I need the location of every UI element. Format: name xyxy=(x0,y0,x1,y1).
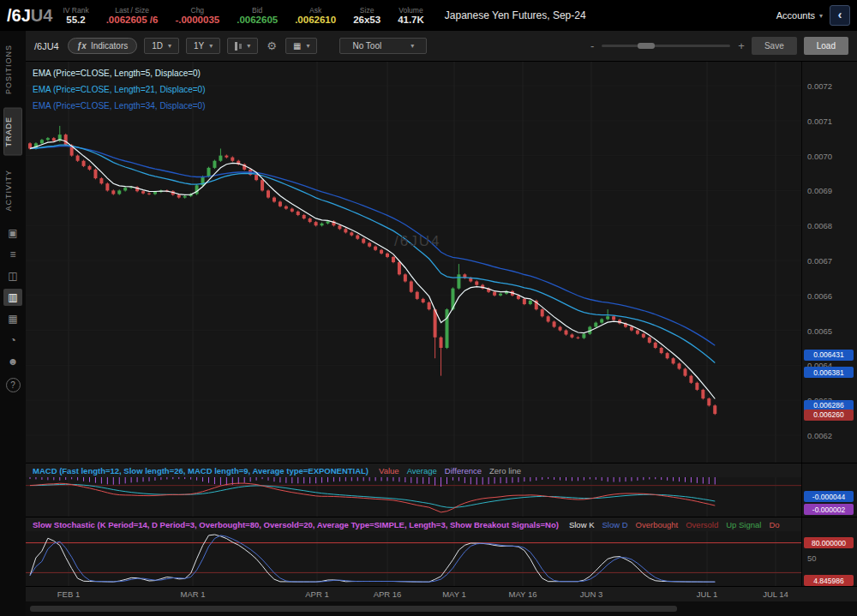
stochastic-canvas[interactable] xyxy=(26,531,801,587)
indicators-label: Indicators xyxy=(91,41,128,51)
price-badge: 0.006431 xyxy=(804,350,854,361)
chevron-down-icon: ▾ xyxy=(306,42,309,50)
sidebar-tab-activity[interactable]: ACTIVITY xyxy=(4,162,21,219)
quote-iv-rank: IV Rank55.2 xyxy=(63,6,88,25)
help-icon[interactable]: ? xyxy=(6,378,21,392)
stochastic-legend: Slow Stochastic (K Period=14, D Period=3… xyxy=(26,517,857,531)
quote-label: Last / Size xyxy=(106,6,159,15)
indicators-button[interactable]: ƒxIndicators xyxy=(68,38,137,54)
quote-label: Bid xyxy=(237,6,278,15)
timeframe-dropdown[interactable]: 1D▾ xyxy=(144,38,179,54)
legend-item: Average xyxy=(407,466,437,475)
stochastic-panel: Slow Stochastic (K Period=14, D Period=3… xyxy=(26,517,857,587)
quote-value: .0062605 /6 xyxy=(106,15,159,25)
sidebar-icons: ▣≡◫▥▦◔☻? xyxy=(0,224,26,392)
chevron-down-icon: ▾ xyxy=(411,42,414,50)
ema-legend-line: EMA (Price=CLOSE, Length=5, Displace=0) xyxy=(33,65,206,81)
legend-item: Slow D xyxy=(602,520,627,529)
time-tick: MAR 1 xyxy=(180,589,205,599)
stochastic-axis[interactable]: 80.000000504.845986 xyxy=(801,517,857,587)
quote-ask: Ask.0062610 xyxy=(295,6,336,25)
symbol-title: /6JU4 xyxy=(0,6,63,26)
macd-axis[interactable]: -0.000044-0.000002 xyxy=(801,463,857,517)
list-icon[interactable]: ≡ xyxy=(3,246,22,263)
time-tick: APR 1 xyxy=(305,589,328,599)
price-tick: 0.0065 xyxy=(807,326,832,336)
layout-dropdown[interactable]: ▦▾ xyxy=(285,38,317,54)
legend-item: Up Signal xyxy=(726,520,761,529)
chevron-down-icon: ▾ xyxy=(819,12,823,20)
zoom-slider-handle[interactable] xyxy=(638,43,655,49)
time-tick: JUL 1 xyxy=(697,589,717,599)
ema-legend-line: EMA (Price=CLOSE, Length=21, Displace=0) xyxy=(33,81,206,98)
quote-value: .0062610 xyxy=(295,15,336,25)
legend-item: Do xyxy=(769,520,779,529)
drawing-tool-dropdown[interactable]: No Tool▾ xyxy=(339,38,427,54)
time-tick: APR 16 xyxy=(374,589,402,599)
price-chart-panel: EMA (Price=CLOSE, Length=5, Displace=0)E… xyxy=(26,62,857,463)
price-tick: 0.0062 xyxy=(807,431,832,440)
orders-icon[interactable]: ◫ xyxy=(3,267,22,284)
ema-legend: EMA (Price=CLOSE, Length=5, Displace=0)E… xyxy=(33,65,206,114)
price-badge: 0.006260 xyxy=(804,410,854,421)
drawing-tool-value: No Tool xyxy=(352,41,381,51)
time-axis[interactable]: FEB 1MAR 1APR 1APR 16MAY 1MAY 16JUN 3JUL… xyxy=(26,586,857,602)
quote-bid: Bid.0062605 xyxy=(237,6,278,25)
quote-label: Size xyxy=(353,6,381,15)
range-dropdown[interactable]: 1Y▾ xyxy=(186,38,220,54)
time-tick: FEB 1 xyxy=(57,589,80,599)
legend-item: Difference xyxy=(445,466,482,475)
zoom-control: - + xyxy=(590,39,745,52)
save-button[interactable]: Save xyxy=(752,37,797,55)
time-tick: JUL 14 xyxy=(763,589,788,599)
load-button[interactable]: Load xyxy=(804,37,848,55)
price-tick: 0.0067 xyxy=(807,256,832,266)
price-tick: 0.0070 xyxy=(807,152,832,161)
chart-style-dropdown[interactable]: ▾ xyxy=(227,38,258,54)
quote-size: Size26x53 xyxy=(353,6,381,25)
quote-header: /6JU4 IV Rank55.2Last / Size.0062605 /6C… xyxy=(0,0,857,31)
people-icon[interactable]: ☻ xyxy=(3,353,22,370)
quote-value: 55.2 xyxy=(63,15,88,25)
time-tick: MAY 1 xyxy=(442,589,466,599)
clock-icon[interactable]: ◔ xyxy=(3,332,22,349)
ema-legend-line: EMA (Price=CLOSE, Length=34, Displace=0) xyxy=(33,98,206,114)
grid-icon[interactable]: ▦ xyxy=(3,310,22,327)
monitor-icon[interactable]: ▣ xyxy=(3,224,22,242)
price-tick: 0.0069 xyxy=(807,186,832,195)
zoom-slider[interactable] xyxy=(602,45,730,47)
quote-label: Chg xyxy=(175,6,219,15)
macd-badge: -0.000002 xyxy=(804,504,854,515)
price-tick: 0.0071 xyxy=(807,117,832,126)
price-badge: 0.006381 xyxy=(804,367,854,378)
chart-watermark: /6JU4 xyxy=(394,233,440,250)
macd-canvas[interactable] xyxy=(26,477,801,517)
quote-chg: Chg-.0000035 xyxy=(175,6,219,25)
zoom-in-button[interactable]: + xyxy=(738,39,745,52)
accounts-dropdown[interactable]: Accounts▾ xyxy=(770,7,830,24)
horizontal-scrollbar[interactable] xyxy=(30,606,677,612)
price-axis[interactable]: 0.00720.00710.00700.00690.00680.00670.00… xyxy=(801,62,857,463)
stoch-mid-tick: 50 xyxy=(807,553,817,563)
quote-last-size: Last / Size.0062605 /6 xyxy=(106,6,159,25)
sidebar-tab-trade[interactable]: TRADE xyxy=(3,108,22,156)
chevron-down-icon: ▾ xyxy=(209,42,213,50)
quote-value: 26x53 xyxy=(353,15,381,25)
chart-settings-gear-icon[interactable]: ⚙ xyxy=(265,39,279,52)
quote-value: 41.7K xyxy=(398,15,424,25)
bottom-scroll-area xyxy=(26,601,857,616)
time-tick: JUN 3 xyxy=(580,589,602,599)
price-tick: 0.0068 xyxy=(807,221,832,230)
price-tick: 0.0066 xyxy=(807,291,832,301)
zoom-out-button[interactable]: - xyxy=(590,39,594,52)
price-tick: 0.0072 xyxy=(807,81,832,91)
macd-panel: MACD (Fast length=12, Slow length=26, MA… xyxy=(26,463,857,517)
sidebar-tab-positions[interactable]: POSITIONS xyxy=(4,37,21,102)
price-chart-canvas[interactable] xyxy=(26,62,801,463)
grid-layout-icon: ▦ xyxy=(293,41,301,51)
chart-icon[interactable]: ▥ xyxy=(3,289,22,306)
stoch-last-badge: 4.845986 xyxy=(804,575,854,586)
legend-title: MACD (Fast length=12, Slow length=26, MA… xyxy=(33,466,369,475)
quote-fields: IV Rank55.2Last / Size.0062605 /6Chg-.00… xyxy=(63,6,440,25)
collapse-panel-button[interactable]: ‹ xyxy=(830,5,850,26)
